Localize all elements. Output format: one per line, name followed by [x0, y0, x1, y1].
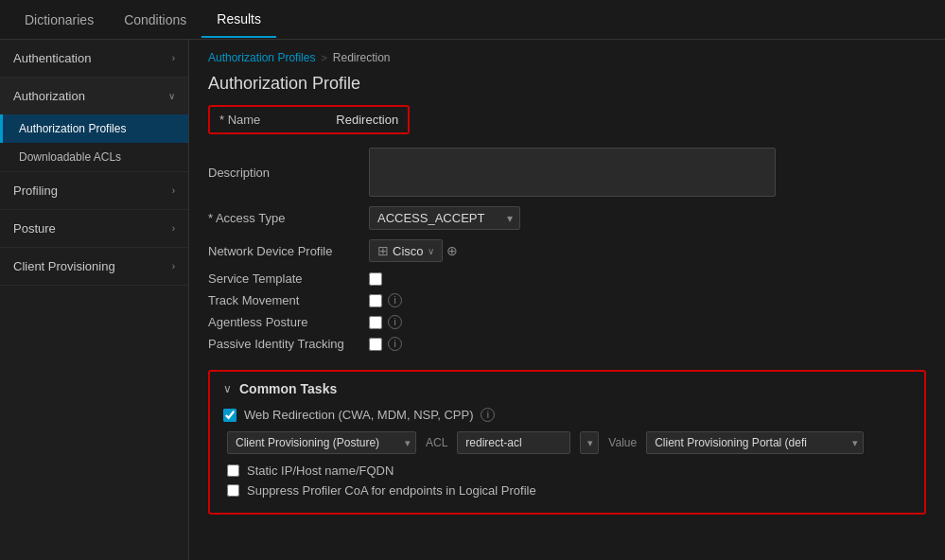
device-name: Cisco	[393, 244, 424, 258]
tab-dictionaries[interactable]: Dictionaries	[9, 3, 109, 37]
description-row: Description	[208, 148, 926, 197]
common-tasks-collapse-icon: ∨	[223, 382, 232, 395]
suppress-profiler-label: Suppress Profiler CoA for endpoints in L…	[247, 483, 536, 498]
breadcrumb: Authorization Profiles > Redirection	[189, 40, 945, 70]
static-ip-label: Static IP/Host name/FQDN	[247, 464, 394, 478]
form-container: * Name Redirection Description * Access …	[189, 105, 945, 534]
passive-identity-info-icon[interactable]: i	[388, 337, 402, 351]
sidebar-header-client-provisioning[interactable]: Client Provisioning ›	[0, 248, 188, 285]
sidebar-authentication-label: Authentication	[13, 51, 91, 65]
tab-conditions[interactable]: Conditions	[109, 3, 201, 37]
breadcrumb-separator: >	[321, 52, 326, 63]
web-redirection-label: Web Redirection (CWA, MDM, NSP, CPP)	[244, 408, 473, 422]
passive-identity-checkbox[interactable]	[369, 338, 382, 351]
chevron-down-icon: ∨	[168, 91, 175, 101]
acl-value-input[interactable]	[457, 431, 570, 454]
sidebar-section-profiling: Profiling ›	[0, 172, 188, 210]
sidebar-item-authorization-profiles[interactable]: Authorization Profiles	[0, 114, 188, 143]
main-content: Authorization Profiles > Redirection Aut…	[189, 40, 945, 560]
description-label: Description	[208, 166, 369, 180]
name-field-wrapper: * Name Redirection	[208, 105, 410, 134]
web-redirection-info-icon[interactable]: i	[481, 408, 495, 422]
provisioning-type-select-wrapper: Client Provisioning (Posture)	[227, 431, 416, 454]
acl-chevron-select[interactable]	[580, 431, 599, 454]
network-device-row: Network Device Profile ⊞ Cisco ∨ ⊕	[208, 239, 926, 262]
acl-row: Client Provisioning (Posture) ACL Value …	[223, 431, 911, 454]
sidebar-section-authentication: Authentication ›	[0, 40, 188, 78]
suppress-profiler-checkbox[interactable]	[227, 484, 239, 497]
access-type-row: * Access Type ACCESS_ACCEPT ACCESS_REJEC…	[208, 206, 926, 230]
service-template-row: Service Template	[208, 271, 926, 286]
name-value: Redirection	[336, 113, 398, 127]
access-type-select[interactable]: ACCESS_ACCEPT ACCESS_REJECT	[369, 206, 520, 230]
device-plus-icon[interactable]: ⊕	[446, 243, 458, 258]
acl-label: ACL	[426, 436, 447, 449]
passive-identity-checkbox-ctrl: i	[369, 337, 402, 351]
service-template-label: Service Template	[208, 271, 369, 286]
web-redirection-row: Web Redirection (CWA, MDM, NSP, CPP) i	[223, 408, 911, 422]
sidebar-header-authentication[interactable]: Authentication ›	[0, 40, 188, 77]
provisioning-type-select[interactable]: Client Provisioning (Posture)	[227, 431, 416, 454]
tab-results[interactable]: Results	[201, 2, 276, 38]
device-chevron-icon[interactable]: ∨	[428, 246, 434, 256]
sidebar-authorization-label: Authorization	[13, 89, 85, 103]
sidebar-section-posture: Posture ›	[0, 210, 188, 248]
breadcrumb-parent[interactable]: Authorization Profiles	[208, 51, 315, 64]
track-movement-checkbox[interactable]	[369, 294, 382, 307]
track-movement-row: Track Movement i	[208, 293, 926, 307]
passive-identity-row: Passive Identity Tracking i	[208, 337, 926, 351]
name-label: * Name	[219, 113, 260, 127]
common-tasks-header[interactable]: ∨ Common Tasks	[223, 381, 911, 396]
agentless-posture-checkbox[interactable]	[369, 316, 382, 329]
sidebar-client-provisioning-label: Client Provisioning	[13, 259, 115, 273]
breadcrumb-current: Redirection	[333, 51, 391, 64]
sidebar-profiling-label: Profiling	[13, 184, 58, 198]
access-type-label: * Access Type	[208, 211, 369, 225]
sidebar-header-posture[interactable]: Posture ›	[0, 210, 188, 247]
track-movement-label: Track Movement	[208, 293, 369, 307]
client-portal-select[interactable]: Client Provisioning Portal (defi	[646, 431, 864, 454]
sidebar-section-client-provisioning: Client Provisioning ›	[0, 248, 188, 286]
static-ip-row: Static IP/Host name/FQDN	[223, 464, 911, 478]
sidebar-item-downloadable-acls[interactable]: Downloadable ACLs	[0, 143, 188, 171]
client-portal-select-wrapper: Client Provisioning Portal (defi	[646, 431, 864, 454]
web-redirection-checkbox[interactable]	[223, 409, 236, 422]
network-device-label: Network Device Profile	[208, 244, 369, 258]
top-navigation: Dictionaries Conditions Results	[0, 0, 945, 40]
description-textarea[interactable]	[369, 148, 776, 197]
sidebar-header-authorization[interactable]: Authorization ∨	[0, 78, 188, 114]
agentless-posture-info-icon[interactable]: i	[388, 315, 402, 329]
static-ip-checkbox[interactable]	[227, 464, 239, 477]
page-title: Authorization Profile	[189, 70, 945, 105]
chevron-right-icon: ›	[172, 53, 175, 63]
suppress-profiler-row: Suppress Profiler CoA for endpoints in L…	[223, 483, 911, 498]
chevron-right-icon-client-provisioning: ›	[172, 261, 175, 271]
passive-identity-label: Passive Identity Tracking	[208, 337, 369, 351]
common-tasks-title: Common Tasks	[239, 381, 337, 396]
service-template-checkbox[interactable]	[369, 272, 382, 286]
common-tasks-section: ∨ Common Tasks Web Redirection (CWA, MDM…	[208, 370, 926, 515]
value-label: Value	[608, 436, 637, 449]
sidebar-header-profiling[interactable]: Profiling ›	[0, 172, 188, 209]
network-device-icon: ⊞	[377, 243, 389, 258]
agentless-posture-row: Agentless Posture i	[208, 315, 926, 329]
agentless-posture-label: Agentless Posture	[208, 315, 369, 329]
acl-value-chevron	[580, 431, 599, 454]
track-movement-checkbox-ctrl: i	[369, 293, 402, 307]
name-row: * Name Redirection	[214, 109, 404, 131]
sidebar: Authentication › Authorization ∨ Authori…	[0, 40, 189, 560]
chevron-right-icon-posture: ›	[172, 223, 175, 234]
sidebar-posture-label: Posture	[13, 221, 56, 236]
service-template-checkbox-ctrl	[369, 272, 382, 286]
track-movement-info-icon[interactable]: i	[388, 293, 402, 307]
chevron-right-icon-profiling: ›	[172, 185, 175, 196]
main-layout: Authentication › Authorization ∨ Authori…	[0, 40, 945, 560]
access-type-select-wrapper: ACCESS_ACCEPT ACCESS_REJECT	[369, 206, 520, 230]
agentless-posture-checkbox-ctrl: i	[369, 315, 402, 329]
sidebar-section-authorization: Authorization ∨ Authorization Profiles D…	[0, 78, 188, 172]
device-profile-control[interactable]: ⊞ Cisco ∨	[369, 239, 443, 262]
